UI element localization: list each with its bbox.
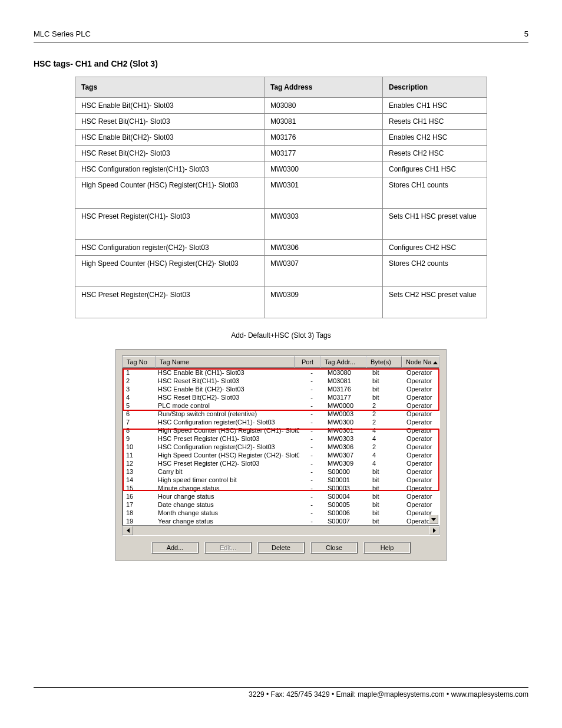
- cell-port: -: [299, 517, 324, 525]
- figure-caption: Add- Default+HSC (Slot 3) Tags: [34, 331, 528, 340]
- scroll-left-icon[interactable]: [123, 526, 133, 535]
- col-tag-name[interactable]: Tag Name: [156, 356, 295, 368]
- cell-bytes: 4: [369, 426, 403, 434]
- cell-no: 1: [123, 368, 154, 377]
- cell-name: High Speed Counter (HSC) Register (CH1)-…: [154, 426, 299, 434]
- cell-name: HSC Reset Bit(CH2)- Slot03: [154, 393, 299, 401]
- close-button[interactable]: Close: [310, 542, 358, 554]
- spec-row: HSC Configuration register(CH1)- Slot03M…: [75, 162, 487, 177]
- cell-bytes: bit: [369, 484, 403, 492]
- col-bytes[interactable]: Byte(s): [366, 356, 402, 368]
- cell-no: 19: [123, 517, 154, 525]
- cell-addr: MW0309: [324, 459, 369, 467]
- spec-row: HSC Enable Bit(CH2)- Slot03M03176Enables…: [75, 130, 487, 146]
- table-row[interactable]: 12HSC Preset Register (CH2)- Slot03-MW03…: [123, 459, 439, 467]
- table-row[interactable]: 11High Speed Counter (HSC) Register (CH2…: [123, 451, 439, 459]
- cell-no: 13: [123, 467, 154, 476]
- table-row[interactable]: 1HSC Enable Bit (CH1)- Slot03-M03080bitO…: [123, 368, 439, 377]
- cell-port: -: [299, 385, 324, 393]
- cell-name: PLC mode control: [154, 401, 299, 410]
- cell-addr: S00001: [324, 476, 369, 484]
- spec-cell-desc: Enables CH1 HSC: [383, 98, 487, 114]
- add-button[interactable]: Add...: [151, 542, 199, 554]
- cell-addr: S00007: [324, 517, 369, 525]
- spec-cell-desc: Configures CH2 HSC: [383, 240, 487, 256]
- cell-addr: S00004: [324, 492, 369, 500]
- spec-col-desc: Description: [383, 77, 487, 98]
- table-row[interactable]: 17Date change status-S00005bitOperator: [123, 500, 439, 509]
- cell-no: 18: [123, 509, 154, 517]
- cell-node: Operator: [403, 484, 439, 492]
- spec-cell-desc: Sets CH2 HSC preset value: [383, 287, 487, 318]
- cell-port: -: [299, 418, 324, 426]
- help-button[interactable]: Help: [363, 542, 411, 554]
- spec-cell-name: HSC Reset Bit(CH1)- Slot03: [75, 114, 265, 130]
- footer-rule: [34, 687, 528, 688]
- cell-no: 16: [123, 492, 154, 500]
- table-row[interactable]: 4HSC Reset Bit(CH2)- Slot03-M03177bitOpe…: [123, 393, 439, 401]
- horizontal-scrollbar[interactable]: [123, 525, 439, 535]
- table-row[interactable]: 5PLC mode control-MW00002Operator: [123, 401, 439, 410]
- dropdown-arrow-icon[interactable]: [429, 515, 438, 524]
- doc-product: MLC Series PLC: [34, 29, 91, 38]
- table-row[interactable]: 7HSC Configuration register(CH1)- Slot03…: [123, 418, 439, 426]
- cell-addr: M03177: [324, 393, 369, 401]
- cell-addr: MW0301: [324, 426, 369, 434]
- cell-node: Operator: [403, 467, 439, 476]
- cell-bytes: bit: [369, 393, 403, 401]
- spec-cell-name: High Speed Counter (HSC) Register(CH2)- …: [75, 256, 265, 287]
- cell-bytes: 2: [369, 443, 403, 451]
- cell-port: -: [299, 443, 324, 451]
- cell-port: -: [299, 459, 324, 467]
- cell-node: Operator: [403, 476, 439, 484]
- table-row[interactable]: 15Minute change status-S00003bitOperator: [123, 484, 439, 492]
- cell-addr: S00006: [324, 509, 369, 517]
- cell-port: -: [299, 426, 324, 434]
- cell-node: Operator: [403, 418, 439, 426]
- table-row[interactable]: 16Hour change status-S00004bitOperator: [123, 492, 439, 500]
- cell-no: 17: [123, 500, 154, 509]
- table-row[interactable]: 13Carry bit-S00000bitOperator: [123, 467, 439, 476]
- cell-bytes: bit: [369, 377, 403, 385]
- table-row[interactable]: 19Year change status-S00007bitOperator: [123, 517, 439, 525]
- table-row[interactable]: 9HSC Preset Register (CH1)- Slot03-MW030…: [123, 434, 439, 443]
- col-tag-addr[interactable]: Tag Addr...: [320, 356, 366, 368]
- cell-name: HSC Preset Register (CH1)- Slot03: [154, 434, 299, 443]
- cell-addr: S00000: [324, 467, 369, 476]
- cell-bytes: 4: [369, 459, 403, 467]
- spec-cell-name: HSC Configuration register(CH2)- Slot03: [75, 240, 265, 256]
- col-port[interactable]: Port: [295, 356, 320, 368]
- cell-no: 7: [123, 418, 154, 426]
- table-row[interactable]: 18Month change status-S00006bitOperator: [123, 509, 439, 517]
- delete-button[interactable]: Delete: [257, 542, 305, 554]
- col-node[interactable]: Node Na: [402, 356, 439, 368]
- cell-addr: S00005: [324, 500, 369, 509]
- cell-addr: MW0307: [324, 451, 369, 459]
- spec-col-tags: Tags: [75, 77, 265, 98]
- cell-port: -: [299, 484, 324, 492]
- table-row[interactable]: 14High speed timer control bit-S00001bit…: [123, 476, 439, 484]
- page-title: HSC tags- CH1 and CH2 (Slot 3): [34, 59, 528, 68]
- cell-name: Year change status: [154, 517, 299, 525]
- table-row[interactable]: 6Run/Stop switch control (retentive)-MW0…: [123, 410, 439, 418]
- col-tag-no[interactable]: Tag No: [123, 356, 156, 368]
- cell-no: 11: [123, 451, 154, 459]
- spec-col-addr: Tag Address: [265, 77, 383, 98]
- cell-name: HSC Enable Bit (CH2)- Slot03: [154, 385, 299, 393]
- table-row[interactable]: 2HSC Reset Bit(CH1)- Slot03-M03081bitOpe…: [123, 377, 439, 385]
- table-row[interactable]: 8High Speed Counter (HSC) Register (CH1)…: [123, 426, 439, 434]
- cell-bytes: bit: [369, 476, 403, 484]
- cell-name: Minute change status: [154, 484, 299, 492]
- cell-addr: M03081: [324, 377, 369, 385]
- scroll-right-icon[interactable]: [429, 526, 439, 535]
- cell-name: HSC Configuration register(CH1)- Slot03: [154, 418, 299, 426]
- cell-name: Hour change status: [154, 492, 299, 500]
- cell-bytes: 4: [369, 451, 403, 459]
- cell-bytes: bit: [369, 385, 403, 393]
- edit-button[interactable]: Edit...: [204, 542, 252, 554]
- table-row[interactable]: 10HSC Configuration register(CH2)- Slot0…: [123, 443, 439, 451]
- cell-node: Operator: [403, 459, 439, 467]
- tag-database-window: Tag No Tag Name Port Tag Addr... Byte(s)…: [115, 349, 447, 561]
- sort-arrow-icon: [433, 361, 438, 364]
- table-row[interactable]: 3HSC Enable Bit (CH2)- Slot03-M03176bitO…: [123, 385, 439, 393]
